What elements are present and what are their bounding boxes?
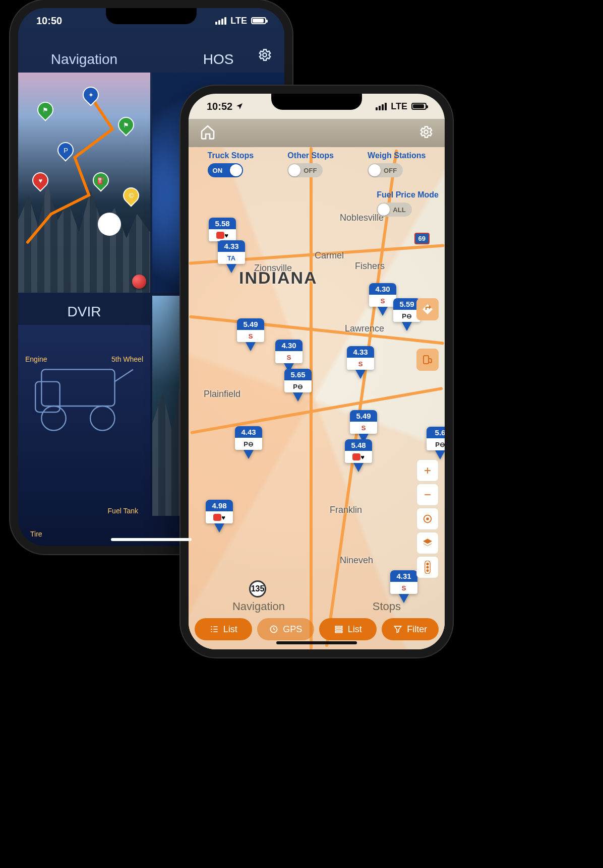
pin-price: 4.30 <box>275 340 303 351</box>
fuel-button[interactable] <box>416 349 439 371</box>
interstate-shield: 69 <box>414 233 430 244</box>
alert-badge-icon <box>132 275 146 289</box>
city-label: Lawrence <box>345 323 384 334</box>
svg-rect-7 <box>424 356 429 364</box>
pin-brand: P⊖ <box>427 438 445 450</box>
phone-front: 10:52 LTE <box>180 86 453 657</box>
fuel-price-pin[interactable]: 5.49S <box>350 410 377 443</box>
fuel-price-pin[interactable]: 5.48♥ <box>345 439 372 472</box>
svg-point-11 <box>426 563 429 565</box>
callout-engine: Engine <box>25 355 47 363</box>
callout-fuel-tank: Fuel Tank <box>108 507 138 515</box>
pin-price: 4.31 <box>390 570 417 582</box>
fuel-price-pin[interactable]: 4.98♥ <box>206 500 233 532</box>
zoom-in-button[interactable]: + <box>416 459 439 482</box>
toggle-weigh-stations[interactable]: Weigh Stations OFF <box>368 151 426 177</box>
callout-5th-wheel: 5th Wheel <box>111 355 143 363</box>
tile-navigation[interactable]: Navigation ⚑ ✦ ⚑ P ♥ ⛽ © TA <box>18 43 150 294</box>
signal-icon <box>215 17 226 25</box>
city-label: Fishers <box>355 261 385 272</box>
city-label: Carmel <box>315 250 344 261</box>
fuel-price-pin[interactable]: 4.30S <box>275 340 303 372</box>
pin-price: 4.43 <box>235 426 262 438</box>
zoom-out-button[interactable]: − <box>416 484 439 506</box>
pin-brand: S <box>390 582 417 594</box>
svg-point-13 <box>426 569 429 572</box>
toggle-other-stops[interactable]: Other Stops OFF <box>287 151 334 177</box>
nav-list-button[interactable]: List <box>195 618 252 640</box>
stops-section-label: Stops <box>373 600 401 613</box>
city-label: Zionsville <box>254 263 292 274</box>
network-label: LTE <box>391 101 407 112</box>
pin-price: 5.49 <box>237 318 264 330</box>
pin-brand: ♥ <box>206 511 233 523</box>
section-labels: Navigation Stops <box>189 600 445 613</box>
callout-tire: Tire <box>30 530 42 538</box>
svg-point-4 <box>90 406 114 430</box>
svg-point-3 <box>41 406 66 430</box>
toggle-fuel-price-mode[interactable]: Fuel Price Mode ALL <box>377 190 439 217</box>
svg-point-6 <box>424 130 428 134</box>
fuel-price-pin[interactable]: 4.30S <box>369 283 396 316</box>
fuel-price-pin[interactable]: 5.6P⊖ <box>427 427 445 459</box>
fuel-price-pin[interactable]: 5.49S <box>237 318 264 351</box>
pin-brand: S <box>347 358 374 370</box>
toggle-truck-stops[interactable]: Truck Stops ON <box>208 151 254 177</box>
pin-brand: S <box>350 422 377 434</box>
pin-price: 4.30 <box>369 283 396 295</box>
pin-brand: S <box>237 330 264 342</box>
pin-brand: P⊖ <box>284 380 312 392</box>
fuel-price-pin[interactable]: 4.33S <box>347 346 374 379</box>
fuel-price-pin[interactable]: 4.33TA <box>218 240 245 273</box>
directions-button[interactable] <box>416 298 439 320</box>
signal-icon <box>376 103 387 110</box>
network-label: LTE <box>230 16 247 26</box>
clock: 10:52 <box>207 101 232 112</box>
settings-icon[interactable] <box>257 47 272 64</box>
city-label: Nineveh <box>340 555 373 566</box>
tile-dvir[interactable]: DVIR Engine 5th Wheel Fuel Tank Tire <box>18 296 150 546</box>
pin-price: 5.65 <box>284 369 312 380</box>
battery-icon <box>251 17 266 24</box>
svg-rect-17 <box>335 631 342 633</box>
pin-brand: P⊖ <box>235 438 262 450</box>
gps-button[interactable]: GPS <box>257 618 315 640</box>
svg-rect-1 <box>41 369 114 406</box>
stops-list-button[interactable]: List <box>319 618 377 640</box>
home-button[interactable] <box>200 124 216 142</box>
settings-icon[interactable] <box>418 124 434 142</box>
svg-point-0 <box>263 53 267 57</box>
tile-title: DVIR <box>18 296 150 325</box>
filter-button[interactable]: Filter <box>382 618 439 640</box>
fuel-price-pin[interactable]: 4.43P⊖ <box>235 426 262 459</box>
traffic-button[interactable] <box>416 556 439 578</box>
fuel-price-pin[interactable]: 5.65P⊖ <box>284 369 312 402</box>
pin-price: 5.48 <box>345 439 372 451</box>
clock: 10:50 <box>36 15 62 27</box>
route-shield: 135 <box>249 580 266 597</box>
map-view[interactable]: Truck Stops ON Other Stops OFF Weigh Sta… <box>189 147 445 649</box>
pin-price: 5.6 <box>427 427 445 438</box>
pin-brand: ♥ <box>345 451 372 463</box>
locate-button[interactable] <box>416 508 439 530</box>
pin-price: 5.49 <box>350 410 377 422</box>
location-arrow-icon <box>235 102 244 110</box>
app-topbar <box>189 119 445 147</box>
pin-price: 4.33 <box>347 346 374 358</box>
city-label: Plainfield <box>204 389 240 399</box>
pin-price: 4.33 <box>218 240 245 252</box>
brand-pin-ta: TA <box>99 214 120 235</box>
city-label: Franklin <box>330 505 362 515</box>
tile-title: Navigation <box>18 43 150 73</box>
pin-price: 5.58 <box>209 218 236 229</box>
pin-brand: ♥ <box>209 229 236 241</box>
svg-rect-15 <box>335 626 342 628</box>
pin-price: 4.98 <box>206 500 233 511</box>
svg-point-9 <box>427 518 429 520</box>
fuel-price-pin[interactable]: 4.31S <box>390 570 417 603</box>
nav-section-label: Navigation <box>232 600 285 613</box>
svg-line-5 <box>115 369 133 381</box>
svg-rect-16 <box>335 629 342 630</box>
layers-button[interactable] <box>416 532 439 554</box>
pin-brand: S <box>369 295 396 307</box>
